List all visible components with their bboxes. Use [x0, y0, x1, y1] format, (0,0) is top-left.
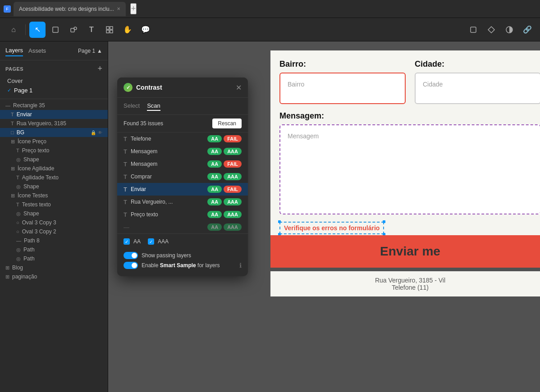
- footer-line2: Telefone (11): [276, 284, 540, 291]
- layer-name: Shape: [23, 156, 102, 163]
- layer-paginacao[interactable]: ⊞ paginação: [0, 272, 108, 281]
- path-shape-icon: ◎: [16, 256, 21, 262]
- frame-tool[interactable]: [47, 22, 64, 38]
- component-icon: ⊞: [11, 166, 15, 172]
- layer-name: Shape: [23, 210, 102, 217]
- text-layer-icon: T: [16, 202, 19, 207]
- shape-icon: ◎: [16, 184, 21, 190]
- submit-area[interactable]: Enviar me: [270, 235, 540, 268]
- pages-section-header: Pages +: [5, 64, 102, 73]
- layer-icone-agilidade[interactable]: ⊞ Ícone Agilidade: [0, 164, 108, 173]
- panel-header: Layers Assets Page 1 ▲: [0, 41, 108, 60]
- layer-path-1[interactable]: ◎ Path: [0, 245, 108, 254]
- text-icon: T: [124, 148, 127, 155]
- contrast-row-telefone[interactable]: T Telefone AA FAIL: [117, 132, 248, 145]
- contrast-row-enviar[interactable]: T Enviar AA FAIL: [117, 183, 248, 196]
- crop-tool[interactable]: [466, 23, 481, 37]
- layer-oval3copy2[interactable]: ○ Oval 3 Copy 2: [0, 227, 108, 236]
- design-canvas: Bairro: Bairro Cidade: Cidade Mensage: [248, 41, 540, 392]
- shape-icon: ◎: [16, 157, 21, 163]
- layer-path-2[interactable]: ◎ Path: [0, 254, 108, 263]
- contrast-row-extra[interactable]: — AA AAA: [117, 221, 248, 233]
- shapes-tool[interactable]: [65, 22, 82, 38]
- close-tab-button[interactable]: ✕: [117, 6, 120, 11]
- rescan-button[interactable]: Rescan: [212, 119, 242, 128]
- issues-count: Found 35 issues: [124, 120, 163, 127]
- bairro-input[interactable]: Bairro: [279, 73, 406, 104]
- layer-shape-2[interactable]: ◎ Shape: [0, 182, 108, 191]
- aaa-checkbox[interactable]: ✓: [148, 238, 154, 245]
- contrast-tool[interactable]: [502, 23, 517, 37]
- contrast-row-mensagem2[interactable]: T Mensagem AA FAIL: [117, 158, 248, 170]
- layer-enviar[interactable]: T Enviar: [0, 110, 108, 119]
- layer-blog[interactable]: ⊞ Blog: [0, 263, 108, 272]
- canvas-area[interactable]: ✓ Contrast ✕ Select Scan Found 35 issues…: [108, 41, 540, 392]
- layer-rectangle35[interactable]: — Rectangle 35: [0, 101, 108, 110]
- select-tab[interactable]: Select: [124, 101, 140, 111]
- layer-icone-testes[interactable]: ⊞ Ícone Testes: [0, 191, 108, 200]
- page-item-page1[interactable]: ✓ Page 1: [5, 86, 102, 95]
- form-area: Bairro: Bairro Cidade: Cidade Mensage: [270, 50, 540, 251]
- contrast-row-mensagem1[interactable]: T Mensagem AA AAA: [117, 145, 248, 158]
- contrast-row-preco[interactable]: T Preço texto AA AAA: [117, 208, 248, 221]
- smart-sample-label: Enable Smart Sample for layers: [142, 262, 236, 269]
- row-name: Comprar: [131, 173, 204, 180]
- row-badges: AA AAA: [207, 173, 242, 180]
- layer-shape-1[interactable]: ◎ Shape: [0, 155, 108, 164]
- layer-shape-3[interactable]: ◎ Shape: [0, 209, 108, 218]
- aa-checkbox[interactable]: ✓: [124, 238, 130, 245]
- info-icon[interactable]: ℹ: [239, 262, 242, 269]
- layer-icone-preco[interactable]: ⊞ Ícone Preço: [0, 137, 108, 146]
- add-tab-button[interactable]: +: [130, 3, 137, 14]
- page-item-cover[interactable]: Cover: [5, 76, 102, 86]
- aaa-badge: FAIL: [224, 135, 242, 142]
- modal-footer: ✓ AA ✓ AAA Show passing layers Enable Sm: [117, 233, 248, 276]
- mensagem-label: Mensagem:: [279, 111, 540, 121]
- layer-oval3copy3[interactable]: ○ Oval 3 Copy 3: [0, 218, 108, 227]
- footer-line1: Rua Vergueiro, 3185 - Vil: [276, 277, 540, 284]
- layer-preco-texto[interactable]: T Preço texto: [0, 146, 108, 155]
- layer-rua-vergueiro[interactable]: T Rua Vergueiro, 3185: [0, 119, 108, 128]
- cidade-input[interactable]: Cidade: [415, 73, 540, 104]
- layer-path8[interactable]: — Path 8: [0, 236, 108, 245]
- mensagem-textarea[interactable]: Mensagem: [279, 124, 540, 214]
- row-name: Rua Vergueiro, ...: [131, 199, 204, 205]
- error-container: Verifique os erros no formulário 289 × 2…: [279, 222, 384, 234]
- separator: [25, 24, 26, 35]
- layer-bg[interactable]: □ BG 🔒 👁: [0, 128, 108, 137]
- contrast-row-comprar[interactable]: T Comprar AA AAA: [117, 170, 248, 183]
- path-icon: —: [16, 238, 21, 243]
- select-tool[interactable]: ↖: [29, 22, 46, 38]
- scan-tab[interactable]: Scan: [147, 101, 160, 111]
- contrast-list: T Telefone AA FAIL T Mensagem AA AAA: [117, 132, 248, 233]
- hand-tool[interactable]: ✋: [119, 22, 136, 38]
- eye-icon[interactable]: 👁: [98, 130, 102, 135]
- add-page-button[interactable]: +: [97, 64, 102, 73]
- layer-testes-texto[interactable]: T Testes texto: [0, 200, 108, 209]
- text-tool[interactable]: T: [83, 22, 100, 38]
- contrast-row-rua[interactable]: T Rua Vergueiro, ... AA AAA: [117, 196, 248, 208]
- row-badges: AA AAA: [207, 148, 242, 155]
- browser-tab[interactable]: Acessibilidade web: crie designs inclu..…: [14, 2, 126, 16]
- text-icon: T: [124, 211, 127, 218]
- show-passing-toggle[interactable]: [124, 252, 138, 259]
- aaa-badge: AAA: [224, 198, 242, 205]
- layer-agilidade-texto[interactable]: T Agilidade Texto: [0, 173, 108, 182]
- home-tool[interactable]: ⌂: [5, 22, 22, 38]
- row-name: Preço texto: [131, 211, 204, 218]
- comment-tool[interactable]: 💬: [137, 22, 154, 38]
- diamond-tool[interactable]: [484, 23, 499, 37]
- components-tool[interactable]: [101, 22, 118, 38]
- layers-tab[interactable]: Layers: [5, 45, 23, 56]
- smart-sample-toggle[interactable]: [124, 262, 138, 269]
- svg-rect-7: [471, 27, 476, 32]
- modal-close-button[interactable]: ✕: [236, 83, 242, 92]
- layer-icon: —: [5, 103, 10, 108]
- aa-badge: AA: [207, 148, 222, 155]
- text-layer-icon: T: [11, 121, 14, 126]
- assets-tab[interactable]: Assets: [28, 46, 46, 56]
- page-selector[interactable]: Page 1 ▲: [78, 48, 102, 54]
- aaa-badge: FAIL: [224, 186, 242, 193]
- aa-badge: AA: [207, 173, 222, 180]
- link-tool[interactable]: 🔗: [520, 23, 535, 37]
